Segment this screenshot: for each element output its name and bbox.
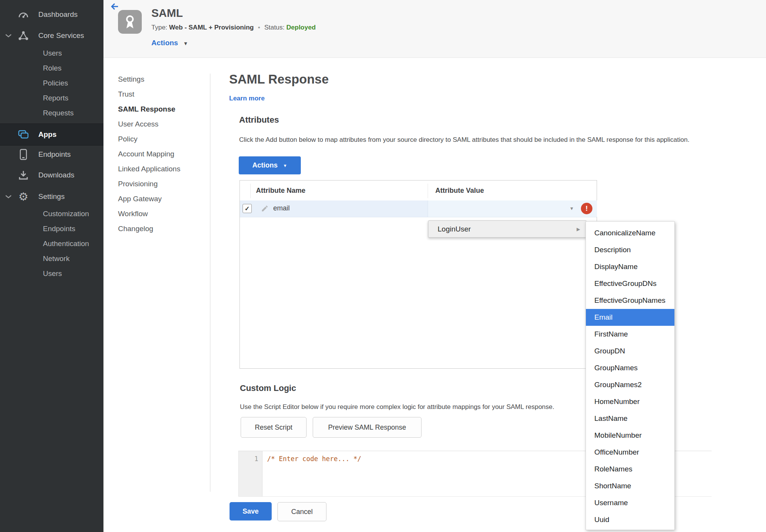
tab-user-access[interactable]: User Access xyxy=(118,117,202,131)
save-button[interactable]: Save xyxy=(230,502,272,521)
menu-option-mobilenumber[interactable]: MobileNumber xyxy=(586,427,674,444)
sidebar-item-endpoints-settings[interactable]: Endpoints xyxy=(0,221,103,236)
app-meta: Type: Web - SAML + Provisioning • Status… xyxy=(151,24,316,31)
error-glyph: ! xyxy=(586,204,588,213)
chevron-down-icon xyxy=(5,34,11,38)
menu-option-groupdn[interactable]: GroupDN xyxy=(586,343,674,360)
sidebar-item-label: Endpoints xyxy=(38,150,71,159)
table-header: Attribute Name Attribute Value xyxy=(240,181,597,201)
reset-script-button[interactable]: Reset Script xyxy=(241,417,307,438)
column-attribute-value: Attribute Value xyxy=(435,181,484,200)
menu-option-username[interactable]: Username xyxy=(586,494,674,511)
error-icon: ! xyxy=(581,203,592,214)
menu-option-officenumber[interactable]: OfficeNumber xyxy=(586,444,674,461)
group-label: LoginUser xyxy=(438,225,471,233)
tab-account-mapping[interactable]: Account Mapping xyxy=(118,146,202,161)
sidebar-item-authentication[interactable]: Authentication xyxy=(0,236,103,251)
sidebar-item-label: Core Services xyxy=(38,31,84,40)
device-icon xyxy=(17,148,30,161)
sidebar-item-roles[interactable]: Roles xyxy=(0,61,103,76)
sidebar-item-users[interactable]: Users xyxy=(0,46,103,61)
custom-logic-heading: Custom Logic xyxy=(240,383,296,393)
sidebar-item-customization[interactable]: Customization xyxy=(0,206,103,221)
menu-option-description[interactable]: Description xyxy=(586,241,674,258)
tab-linked-applications[interactable]: Linked Applications xyxy=(118,161,202,176)
tab-policy[interactable]: Policy xyxy=(118,131,202,146)
menu-option-email[interactable]: Email xyxy=(586,309,674,326)
chevron-down-icon xyxy=(5,195,11,199)
sidebar-item-core-services[interactable]: Core Services xyxy=(0,28,103,43)
meta-separator: • xyxy=(256,24,262,31)
dropdown-caret-icon[interactable]: ▼ xyxy=(569,206,574,211)
download-icon xyxy=(17,169,30,182)
menu-option-groupnames[interactable]: GroupNames xyxy=(586,360,674,376)
tab-saml-response[interactable]: SAML Response xyxy=(118,102,202,117)
menu-option-canonicalizename[interactable]: CanonicalizeName xyxy=(586,225,674,241)
sidebar-item-label: Dashboards xyxy=(38,10,77,19)
value-menu-options: CanonicalizeName Description DisplayName… xyxy=(586,221,675,530)
attributes-table: Attribute Name Attribute Value ▼ ! ✓ ema… xyxy=(239,180,597,369)
attribute-value-dropdown[interactable]: ▼ ! xyxy=(428,200,597,217)
menu-option-firstname[interactable]: FirstName xyxy=(586,326,674,343)
table-row[interactable]: ▼ ! ✓ email xyxy=(240,200,597,217)
editor-gutter: 1 xyxy=(239,451,262,496)
row-checkbox[interactable]: ✓ xyxy=(243,204,252,213)
app-header: SAML Type: Web - SAML + Provisioning • S… xyxy=(103,0,766,58)
gear-icon: ⚙ xyxy=(17,190,30,203)
page-title: SAML xyxy=(151,7,183,20)
header-actions-menu[interactable]: Actions ▼ xyxy=(151,39,188,47)
app-subnav: Settings Trust SAML Response User Access… xyxy=(118,72,202,236)
attributes-actions-button[interactable]: Actions ▼ xyxy=(239,156,301,174)
tab-changelog[interactable]: Changelog xyxy=(118,221,202,236)
sidebar: Dashboards Core Services Users Roles Pol… xyxy=(0,0,103,532)
sidebar-item-label: Downloads xyxy=(38,171,74,179)
menu-option-uuid[interactable]: Uuid xyxy=(586,511,674,528)
apps-icon xyxy=(17,128,30,141)
settings-children: Customization Endpoints Authentication N… xyxy=(0,206,103,281)
sidebar-item-reports[interactable]: Reports xyxy=(0,90,103,105)
menu-option-displayname[interactable]: DisplayName xyxy=(586,258,674,275)
app-badge-icon xyxy=(118,10,142,34)
tab-trust[interactable]: Trust xyxy=(118,87,202,102)
attributes-heading: Attributes xyxy=(239,115,279,125)
column-attribute-name: Attribute Name xyxy=(256,181,305,200)
sidebar-item-downloads[interactable]: Downloads xyxy=(0,167,103,183)
learn-more-link[interactable]: Learn more xyxy=(229,95,265,102)
tab-workflow[interactable]: Workflow xyxy=(118,206,202,221)
gauge-icon xyxy=(17,8,30,21)
edit-pencil-icon[interactable] xyxy=(261,205,269,212)
status-label: Status: xyxy=(264,24,285,31)
sidebar-item-requests[interactable]: Requests xyxy=(0,105,103,120)
sidebar-item-dashboards[interactable]: Dashboards xyxy=(0,7,103,22)
menu-option-effectivegroupnames[interactable]: EffectiveGroupNames xyxy=(586,292,674,309)
type-value: Web - SAML + Provisioning xyxy=(169,24,254,31)
tab-app-gateway[interactable]: App Gateway xyxy=(118,191,202,206)
sidebar-item-apps[interactable]: Apps xyxy=(0,123,103,146)
sidebar-item-endpoints[interactable]: Endpoints xyxy=(0,147,103,162)
sidebar-item-network[interactable]: Network xyxy=(0,251,103,266)
menu-option-groupnames2[interactable]: GroupNames2 xyxy=(586,376,674,393)
menu-option-effectivegroupdns[interactable]: EffectiveGroupDNs xyxy=(586,275,674,292)
line-number: 1 xyxy=(254,455,258,463)
section-title: SAML Response xyxy=(229,72,329,87)
preview-saml-response-button[interactable]: Preview SAML Response xyxy=(313,417,422,438)
caret-down-icon: ▼ xyxy=(183,41,188,46)
sidebar-item-settings[interactable]: ⚙ Settings xyxy=(0,189,103,204)
sidebar-item-policies[interactable]: Policies xyxy=(0,76,103,90)
type-label: Type: xyxy=(151,24,167,31)
tab-provisioning[interactable]: Provisioning xyxy=(118,176,202,191)
back-arrow-icon[interactable] xyxy=(110,2,119,11)
menu-option-rolenames[interactable]: RoleNames xyxy=(586,461,674,478)
molecule-icon xyxy=(17,29,30,42)
menu-option-lastname[interactable]: LastName xyxy=(586,410,674,427)
attribute-name-value: email xyxy=(273,204,290,212)
core-services-children: Users Roles Policies Reports Requests xyxy=(0,46,103,120)
cancel-button[interactable]: Cancel xyxy=(277,502,326,521)
tab-settings[interactable]: Settings xyxy=(118,72,202,87)
menu-option-homenumber[interactable]: HomeNumber xyxy=(586,393,674,410)
value-menu-group-loginuser[interactable]: LoginUser ▶ xyxy=(428,220,587,238)
attributes-actions-label: Actions xyxy=(253,161,278,169)
menu-option-shortname[interactable]: ShortName xyxy=(586,478,674,494)
check-icon: ✓ xyxy=(244,205,249,212)
sidebar-item-users-settings[interactable]: Users xyxy=(0,266,103,281)
